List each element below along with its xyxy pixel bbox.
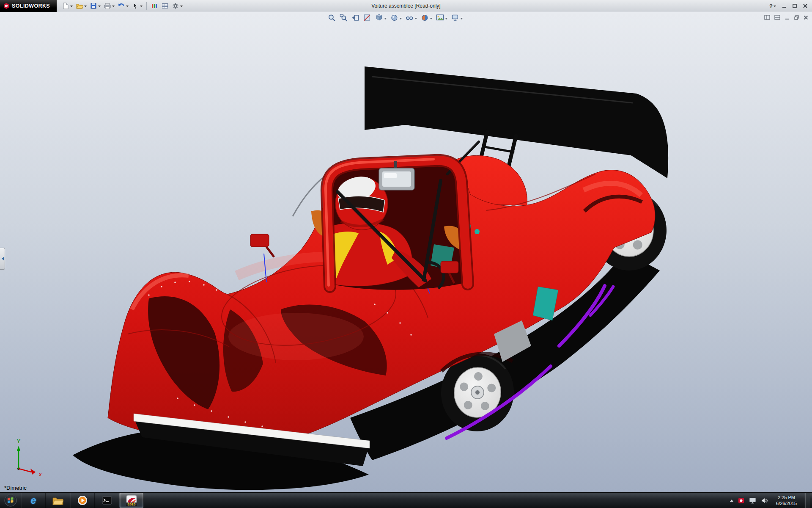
internet-explorer-icon: e (30, 494, 36, 506)
minimize-icon (785, 15, 790, 20)
view-cube-icon (375, 14, 383, 22)
zoom-to-area-icon (339, 14, 348, 22)
windows-start-icon (4, 494, 17, 507)
media-player-icon (77, 495, 88, 505)
edit-color-button[interactable] (150, 1, 159, 11)
dropdown-caret-icon (84, 6, 87, 8)
print-icon (104, 2, 111, 10)
glasses-icon (405, 14, 414, 22)
monitor-icon (451, 14, 459, 22)
start-button[interactable] (0, 493, 21, 508)
feature-manager-collapse-tab[interactable] (0, 248, 5, 270)
close-icon (803, 15, 809, 20)
zoom-to-area-button[interactable] (339, 14, 348, 22)
dropdown-caret-icon (98, 6, 101, 8)
new-document-icon (62, 2, 69, 10)
minimize-button[interactable] (782, 3, 787, 8)
help-button[interactable]: ? (769, 3, 776, 9)
open-button[interactable] (75, 1, 88, 11)
main-toolbar (57, 1, 184, 11)
window-title: Voiture assemblee [Read-only] (371, 3, 440, 9)
triad-x-label: x (39, 471, 42, 478)
close-icon (803, 3, 808, 8)
triad-y-label: Y (16, 438, 21, 444)
section-view-icon (363, 14, 371, 22)
edit-appearance-button[interactable] (420, 14, 432, 22)
pane-split-icon (774, 14, 781, 20)
graphics-viewport[interactable]: Y x (0, 12, 812, 492)
open-folder-icon (76, 2, 83, 10)
heads-up-toolbar (327, 14, 463, 22)
previous-view-button[interactable] (351, 14, 359, 22)
view-orientation-button[interactable] (375, 14, 387, 22)
3d-model-scene[interactable]: Y x (0, 12, 812, 492)
dropdown-caret-icon (430, 18, 432, 21)
new-document-button[interactable] (61, 1, 74, 11)
logo-text: SOLIDWORKS (12, 3, 50, 9)
pane-left-button[interactable] (764, 14, 771, 22)
dropdown-caret-icon (126, 6, 129, 8)
restore-icon (794, 15, 799, 20)
doc-minimize-button[interactable] (785, 14, 790, 22)
maximize-button[interactable] (792, 3, 797, 8)
print-button[interactable] (103, 1, 115, 11)
tray-expand-icon[interactable] (730, 498, 733, 502)
select-button[interactable] (131, 1, 143, 11)
options-button[interactable] (171, 1, 184, 11)
dropdown-caret-icon (774, 6, 776, 8)
taskbar-media-player[interactable] (70, 493, 95, 508)
undo-icon (118, 2, 125, 10)
dropdown-caret-icon (445, 18, 447, 21)
window-controls: ? (769, 3, 812, 9)
show-desktop-button[interactable] (805, 493, 810, 508)
document-window-controls (764, 14, 809, 22)
display-style-icon (390, 14, 398, 22)
doc-restore-button[interactable] (794, 14, 799, 22)
previous-view-icon (351, 14, 359, 22)
solidworks-logo: SOLIDWORKS (0, 0, 57, 12)
dropdown-caret-icon (399, 18, 402, 21)
save-button[interactable] (89, 1, 102, 11)
taskbar-internet-explorer[interactable]: e (21, 493, 46, 508)
taskbar-windows-explorer[interactable] (46, 493, 70, 508)
scene-icon (436, 14, 444, 22)
select-cursor-icon (132, 2, 139, 10)
tray-clock[interactable]: 2:25 PM 6/26/2015 (773, 494, 800, 507)
system-tray: 2:25 PM 6/26/2015 (730, 493, 812, 508)
appearance-ball-icon (420, 14, 429, 22)
apply-scene-button[interactable] (436, 14, 447, 22)
hide-show-items-button[interactable] (405, 14, 417, 22)
taskbar-solidworks-2015[interactable]: 2015 (119, 493, 144, 508)
collapse-arrow-icon (0, 257, 4, 260)
taskbar-command-prompt[interactable] (95, 493, 119, 508)
view-orientation-label: *Dimetric (4, 485, 27, 491)
command-prompt-icon (102, 496, 112, 505)
title-bar: SOLIDWORKS Voiture assemblee [R (0, 0, 812, 12)
dropdown-caret-icon (70, 6, 73, 8)
dropdown-caret-icon (414, 18, 417, 21)
display-style-button[interactable] (390, 14, 402, 22)
dropdown-caret-icon (112, 6, 115, 8)
orientation-triad: Y x (16, 438, 42, 478)
zoom-to-fit-button[interactable] (327, 14, 336, 22)
close-button[interactable] (803, 3, 808, 8)
pane-split-button[interactable] (774, 14, 781, 22)
tray-time: 2:25 PM (776, 494, 797, 500)
gear-icon (172, 2, 179, 10)
view-settings-button[interactable] (451, 14, 463, 22)
tray-app-icon[interactable] (738, 497, 744, 504)
tray-volume-icon[interactable] (761, 497, 768, 504)
tray-display-icon[interactable] (749, 497, 756, 504)
undo-button[interactable] (117, 1, 129, 11)
design-table-icon (161, 2, 169, 10)
edit-color-icon (151, 2, 158, 10)
pane-left-icon (764, 14, 771, 20)
taskbar: e 2015 (0, 492, 812, 508)
doc-close-button[interactable] (803, 14, 809, 22)
dropdown-caret-icon (384, 18, 387, 21)
dropdown-caret-icon (180, 6, 183, 8)
design-table-button[interactable] (160, 1, 170, 11)
section-view-button[interactable] (363, 14, 371, 22)
maximize-icon (792, 3, 797, 8)
dropdown-caret-icon (140, 6, 143, 8)
